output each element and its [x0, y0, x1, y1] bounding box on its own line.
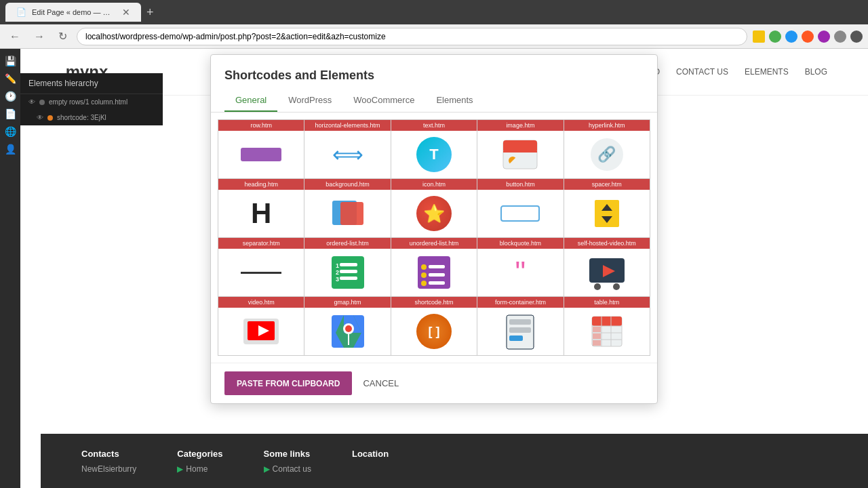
reload-button[interactable]: ↻: [54, 27, 71, 45]
row-icon: [241, 148, 281, 161]
grid-item-separator[interactable]: separator.htm: [218, 238, 304, 297]
grid-item-unordered-icon: [391, 249, 477, 296]
tab-elements[interactable]: Elements: [425, 89, 484, 112]
footer-contacts: Contacts NewElsierburry: [81, 449, 136, 474]
grid-item-icon[interactable]: icon.htm ⭐: [391, 179, 477, 238]
grid-item-form-container[interactable]: form-container.htm: [477, 297, 564, 356]
grid-item-video[interactable]: video.htm: [218, 297, 304, 356]
new-tab-button[interactable]: +: [146, 5, 154, 20]
chevron-right-icon-2: ▶: [264, 464, 270, 474]
nav-blog[interactable]: BLOG: [805, 67, 827, 77]
footer-contacts-heading: Contacts: [81, 449, 136, 459]
footer-categories: Categories ▶ Home: [177, 449, 222, 474]
svg-rect-1: [503, 140, 537, 152]
footer-columns: Contacts NewElsierburry Categories ▶ Hom…: [81, 449, 389, 474]
settings-icon[interactable]: [834, 30, 846, 43]
grid-item-text-icon: T: [391, 131, 477, 178]
grid-item-button-label: button.htm: [477, 179, 563, 190]
svg-rect-2: [503, 151, 537, 152]
ext-icon-1: [769, 30, 781, 43]
grid-item-blockquote-label: blockquote.htm: [477, 238, 563, 249]
grid-item-shortcode[interactable]: shortcode.htm [ ]: [391, 297, 477, 356]
dialog-tabs: General WordPress WooCommerce Elements: [211, 89, 657, 113]
grid-item-background-label: background.htm: [304, 179, 390, 190]
nav-elements[interactable]: ELEMENTS: [745, 67, 789, 77]
footer-some-links: Some links ▶ Contact us: [264, 449, 311, 474]
grid-item-spacer[interactable]: spacer.htm: [564, 179, 650, 238]
nav-contact-us[interactable]: CONTACT US: [676, 67, 728, 77]
tab-wordpress[interactable]: WordPress: [277, 89, 342, 112]
unordered-list-icon: [416, 255, 452, 290]
gmap-icon: [330, 314, 366, 349]
heading-icon: H: [251, 197, 271, 230]
grid-item-separator-icon: [218, 249, 304, 296]
grid-item-image[interactable]: image.htm: [477, 120, 564, 179]
footer-contact-us-link[interactable]: ▶ Contact us: [264, 464, 311, 474]
user-icon[interactable]: [850, 30, 863, 43]
sidebar-history-icon[interactable]: 🕐: [3, 89, 17, 103]
grid-item-ordered-list[interactable]: ordered-list.htm 1 2 3: [304, 238, 391, 297]
browser-chrome: 📄 Edit Page « demo — Wor... ✕ +: [0, 0, 868, 24]
sidebar-save-icon[interactable]: 💾: [3, 54, 17, 68]
grid-item-text-label: text.htm: [391, 120, 477, 131]
grid-item-heading-icon: H: [218, 190, 304, 237]
grid-item-gmap[interactable]: gmap.htm: [304, 297, 391, 356]
url-bar[interactable]: [77, 28, 747, 45]
grid-item-icon-icon: ⭐: [391, 190, 477, 237]
svg-rect-16: [340, 277, 357, 280]
grid-item-unordered-list[interactable]: unordered-list.htm: [391, 238, 477, 297]
grid-item-self-hosted-label: self-hosted-video.htm: [564, 238, 650, 249]
bookmark-icon: [753, 30, 765, 43]
back-button[interactable]: ←: [5, 28, 24, 45]
grid-item-ordered-label: ordered-list.htm: [304, 238, 390, 249]
tab-title: Edit Page « demo — Wor...: [32, 8, 117, 16]
ordered-list-icon: 1 2 3: [330, 255, 366, 290]
svg-rect-41: [509, 336, 523, 341]
elements-panel-label-1: empty rows/1 column.html: [49, 98, 127, 106]
grid-item-hyperlink[interactable]: hyperlink.htm 🔗: [564, 120, 650, 179]
dialog-title: Shortcodes and Elements: [211, 55, 657, 89]
button-icon: [500, 203, 540, 224]
grid-item-button[interactable]: button.htm: [477, 179, 564, 238]
table-icon: [589, 314, 625, 349]
left-sidebar: 💾 ✏️ 🕐 📄 🌐 👤: [0, 49, 20, 488]
grid-item-self-hosted-video[interactable]: self-hosted-video.htm: [564, 238, 650, 297]
grid-item-row[interactable]: row.htm: [218, 120, 304, 179]
blockquote-icon: ": [515, 258, 526, 287]
grid-item-horizontal[interactable]: horizontal-elements.htm ⟺: [304, 120, 391, 179]
shortcodes-grid: row.htm horizontal-elements.htm ⟺ text.h…: [218, 119, 650, 356]
svg-rect-51: [593, 333, 601, 339]
sidebar-globe-icon[interactable]: 🌐: [3, 125, 17, 138]
link-icon: 🔗: [591, 138, 623, 171]
svg-rect-20: [429, 265, 445, 268]
site-footer: Contacts NewElsierburry Categories ▶ Hom…: [41, 434, 868, 488]
svg-point-19: [421, 264, 427, 270]
tab-woocommerce[interactable]: WooCommerce: [342, 89, 425, 112]
elements-panel-item-2[interactable]: 👁 shortcode: 3EjKl: [20, 110, 163, 125]
elements-panel-title: Elements hierarchy: [20, 73, 163, 94]
star-icon: ⭐: [416, 196, 452, 231]
grid-item-image-label: image.htm: [477, 120, 563, 131]
footer-category-home[interactable]: ▶ Home: [177, 464, 222, 474]
grid-item-background[interactable]: background.htm: [304, 179, 391, 238]
svg-text:3: 3: [336, 276, 339, 283]
tab-close-button[interactable]: ✕: [122, 7, 130, 18]
svg-rect-44: [592, 317, 622, 326]
sidebar-edit-icon[interactable]: ✏️: [3, 72, 17, 85]
tab-general[interactable]: General: [224, 89, 277, 112]
grid-item-blockquote[interactable]: blockquote.htm ": [477, 238, 564, 297]
grid-item-text[interactable]: text.htm T: [391, 120, 477, 179]
sidebar-pages-icon[interactable]: 📄: [3, 107, 17, 121]
cancel-button[interactable]: CANCEL: [360, 371, 401, 395]
svg-text:1: 1: [336, 262, 339, 269]
svg-rect-7: [501, 206, 539, 221]
grid-item-table-icon: [564, 308, 650, 355]
grid-item-heading[interactable]: heading.htm H: [218, 179, 304, 238]
forward-button[interactable]: →: [30, 28, 49, 45]
browser-tab[interactable]: 📄 Edit Page « demo — Wor... ✕: [5, 3, 141, 22]
sidebar-user-icon[interactable]: 👤: [3, 142, 17, 156]
elements-panel-item-1[interactable]: 👁 empty rows/1 column.html: [20, 94, 163, 110]
eye-icon-2: 👁: [37, 114, 43, 121]
grid-item-table[interactable]: table.htm: [564, 297, 650, 356]
paste-from-clipboard-button[interactable]: PASTE FROM CLIPBOARD: [224, 371, 352, 395]
